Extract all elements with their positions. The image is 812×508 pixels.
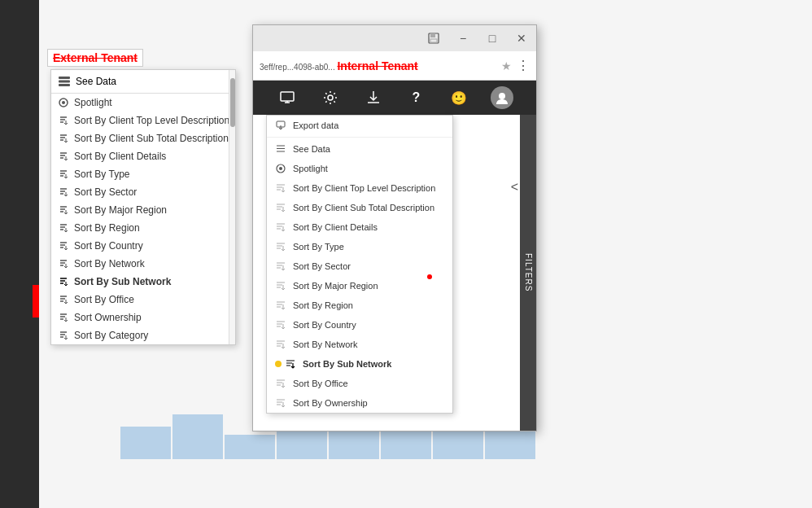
sort-icon-active (58, 276, 69, 287)
scrollbar[interactable] (229, 70, 235, 344)
svg-rect-1 (59, 81, 70, 83)
right-menu-item-sort-client-details[interactable]: Sort By Client Details (267, 217, 452, 237)
left-menu-item-label: Sort By Type (74, 169, 129, 180)
right-menu-item-export[interactable]: Export data (267, 116, 452, 135)
left-menu-item-sort-client-sub[interactable]: Sort By Client Sub Total Description (51, 129, 235, 147)
sort-icon (58, 294, 69, 305)
sort-icon (275, 300, 286, 311)
svg-rect-8 (281, 92, 294, 101)
expand-icon[interactable]: < (511, 180, 518, 195)
left-menu-item-sort-category[interactable]: Sort By Category (51, 326, 235, 344)
svg-rect-0 (59, 77, 70, 79)
red-accent-indicator (33, 285, 39, 318)
left-menu-item-label: Sort By Major Region (74, 204, 167, 216)
right-menu-item-label: Sort By Client Top Level Description (293, 183, 435, 193)
sort-icon (275, 319, 286, 331)
sort-icon (58, 204, 69, 216)
menu-icon[interactable]: ⋮ (517, 58, 530, 73)
right-menu-item-sort-type[interactable]: Sort By Type (267, 237, 452, 256)
left-menu-item-sort-country[interactable]: Sort By Country (51, 237, 235, 255)
left-menu-item-spotlight[interactable]: Spotlight (51, 94, 235, 112)
right-menu-item-see-data[interactable]: See Data (267, 139, 452, 159)
seedata-icon (58, 75, 71, 88)
right-menu-item-sort-sector[interactable]: Sort By Sector (267, 256, 452, 276)
chart-bar (433, 431, 483, 459)
spotlight-icon (275, 163, 286, 174)
left-menu-item-label: Sort By Network (74, 258, 145, 269)
left-menu-item-sort-region[interactable]: Sort By Region (51, 219, 235, 237)
right-menu-item-sort-region[interactable]: Sort By Region (267, 296, 452, 315)
left-menu-item-label: Sort Ownership (74, 312, 142, 323)
maximize-button[interactable]: □ (486, 32, 499, 45)
right-menu-item-sort-sub-network[interactable]: Sort By Sub Network (267, 354, 452, 374)
left-menu-item-label: Sort By Sector (74, 186, 137, 198)
chart-bar (120, 427, 171, 459)
right-menu-item-sort-major-region[interactable]: Sort By Major Region (267, 276, 452, 296)
chart-bar (172, 414, 223, 459)
left-menu-item-sort-type[interactable]: Sort By Type (51, 165, 235, 183)
browser-content: FILTERS Export data See Data (253, 115, 536, 431)
external-tenant-label: External Tenant (47, 49, 143, 67)
sort-icon (275, 202, 286, 213)
dark-sidebar-strip (0, 0, 39, 508)
browser-window: − □ ✕ 3eff/rep...4098-ab0... Internal Te… (252, 24, 537, 431)
sort-icon (275, 397, 286, 409)
left-menu-item-label: Sort By Client Top Level Description (74, 115, 229, 126)
browser-icon-save[interactable] (427, 32, 440, 45)
right-menu-item-sort-ownership[interactable]: Sort By Ownership (267, 393, 452, 413)
svg-rect-6 (430, 33, 435, 37)
sort-icon-active (285, 358, 296, 370)
right-menu-item-label: Export data (293, 120, 338, 130)
internal-tenant-label: Internal Tenant (337, 59, 417, 72)
right-menu-item-spotlight[interactable]: Spotlight (267, 159, 452, 178)
right-menu-item-sort-network[interactable]: Sort By Network (267, 335, 452, 354)
left-menu-header[interactable]: See Data (51, 70, 235, 94)
left-menu-item-sort-network[interactable]: Sort By Network (51, 255, 235, 273)
close-button[interactable]: ✕ (515, 32, 528, 45)
right-menu-item-sort-client-top[interactable]: Sort By Client Top Level Description (267, 178, 452, 198)
address-text: 3eff/rep...4098-ab0... Internal Tenant (260, 59, 496, 72)
left-menu-item-sort-ownership[interactable]: Sort Ownership (51, 309, 235, 326)
right-menu-item-label: Sort By Country (293, 320, 356, 330)
question-icon[interactable]: ? (404, 86, 427, 109)
emoji-icon[interactable]: 🙂 (447, 86, 470, 109)
right-menu-item-label: Sort By Major Region (293, 281, 378, 291)
download-icon[interactable] (362, 86, 385, 109)
left-menu-header-label: See Data (76, 76, 116, 87)
filters-sidebar[interactable]: FILTERS (520, 115, 536, 431)
right-menu-item-label: Sort By Office (293, 379, 348, 388)
sort-icon (58, 330, 69, 341)
left-menu-item-label: Sort By Sub Network (74, 276, 171, 287)
left-menu-item-sort-office[interactable]: Sort By Office (51, 291, 235, 309)
sort-icon (275, 280, 286, 291)
left-menu-item-label: Spotlight (74, 97, 112, 108)
star-icon[interactable]: ★ (501, 59, 512, 72)
sort-icon (58, 222, 69, 234)
browser-titlebar: − □ ✕ (253, 25, 536, 51)
left-menu-item-sort-sub-network[interactable]: Sort By Sub Network (51, 273, 235, 291)
left-menu-item-sort-major-region[interactable]: Sort By Major Region (51, 201, 235, 219)
scrollbar-thumb[interactable] (230, 78, 235, 127)
spotlight-icon (58, 97, 69, 108)
sort-icon (58, 151, 69, 162)
red-indicator-dot (427, 274, 432, 279)
sort-icon (58, 133, 69, 144)
sort-icon (58, 115, 69, 126)
right-menu-item-label: Sort By Type (293, 242, 344, 252)
left-menu-item-sort-sector[interactable]: Sort By Sector (51, 183, 235, 201)
right-menu-item-sort-client-sub[interactable]: Sort By Client Sub Total Description (267, 198, 452, 217)
left-menu-item-sort-client-details[interactable]: Sort By Client Details (51, 147, 235, 165)
monitor-icon[interactable] (276, 86, 299, 109)
right-menu-item-label: Spotlight (293, 164, 328, 173)
sort-icon (275, 378, 286, 389)
left-menu-item-sort-client-top[interactable]: Sort By Client Top Level Description (51, 112, 235, 129)
right-menu-item-sort-country[interactable]: Sort By Country (267, 315, 452, 335)
avatar-icon[interactable] (491, 86, 513, 109)
svg-point-9 (328, 95, 333, 100)
right-menu-item-sort-office[interactable]: Sort By Office (267, 374, 452, 393)
minimize-button[interactable]: − (456, 32, 469, 45)
left-menu-item-label: Sort By Client Sub Total Description (74, 133, 229, 144)
browser-addressbar: 3eff/rep...4098-ab0... Internal Tenant ★… (253, 51, 536, 81)
gear-icon[interactable] (319, 86, 342, 109)
filters-label: FILTERS (524, 253, 533, 291)
